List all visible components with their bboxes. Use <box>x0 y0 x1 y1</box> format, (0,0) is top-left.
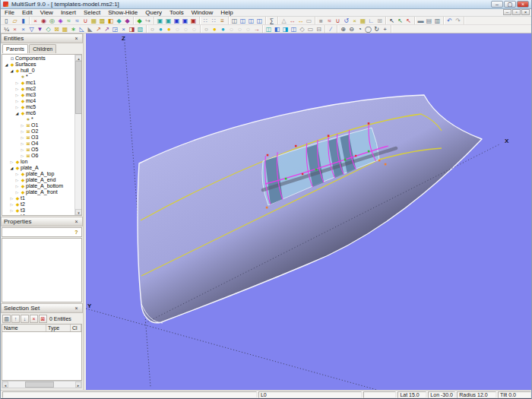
menu-file[interactable]: File <box>1 9 18 17</box>
hide2-bulb-icon[interactable]: ● <box>211 25 219 33</box>
surface-copy2-icon[interactable]: ◧ <box>273 25 281 33</box>
distance-measure-icon[interactable]: ↔ <box>288 17 296 24</box>
surface-patch-icon[interactable]: ▩ <box>98 17 106 24</box>
view-window-5-icon[interactable]: ▣ <box>189 17 198 24</box>
save-file-icon[interactable]: ▮ <box>19 17 27 24</box>
mesh-icon[interactable]: ▦ <box>359 17 367 24</box>
surface-ghost-icon[interactable]: ◇ <box>298 25 306 33</box>
expand-icon[interactable]: ▷ <box>14 92 20 98</box>
offset-measure-icon[interactable]: ↔ <box>296 17 305 24</box>
properties-close-icon[interactable]: × <box>72 218 81 226</box>
expand-icon[interactable]: ▷ <box>14 183 20 189</box>
table-4-icon[interactable]: ◫ <box>255 17 264 24</box>
insert-shade-icon[interactable]: ▧ <box>136 25 144 33</box>
expand-icon[interactable]: ▷ <box>9 201 14 207</box>
surface-copy3-icon[interactable]: ◨ <box>281 25 290 33</box>
expand-icon[interactable]: ▷ <box>14 171 20 177</box>
tree-item-components[interactable]: ◘Components <box>2 55 74 62</box>
insert-wedge-icon[interactable]: ◺ <box>78 25 86 33</box>
menu-query[interactable]: Query <box>141 9 166 17</box>
solid-entity-icon[interactable]: ◆ <box>115 17 123 24</box>
insert-x-red-icon[interactable]: × <box>11 25 19 33</box>
menu-select[interactable]: Select <box>80 9 104 17</box>
insert-tri-solid-icon[interactable]: ▼ <box>36 25 44 33</box>
maximize-button[interactable]: ▢ <box>504 1 516 8</box>
view-window-3-icon[interactable]: ▣ <box>173 17 181 24</box>
zoom-fit-icon[interactable]: ◯ <box>364 25 372 33</box>
zoom-in-icon[interactable]: ⊕ <box>339 25 347 33</box>
collapse-icon[interactable]: ◢ <box>9 165 14 171</box>
insert-grid-icon[interactable]: ▦ <box>61 25 69 33</box>
close-button[interactable]: × <box>517 1 529 8</box>
tree-item-surfaces[interactable]: ◢◆Surfaces <box>2 62 74 68</box>
clearance-icon[interactable]: ▭ <box>305 17 313 24</box>
selection-set-close-icon[interactable]: × <box>72 305 81 312</box>
redo-icon[interactable]: ↷ <box>454 17 462 24</box>
move-down-icon[interactable]: ↓ <box>21 315 29 323</box>
mdi-close-button[interactable]: × <box>521 9 530 15</box>
clear-all-icon[interactable]: ⊠ <box>39 315 47 323</box>
viewport-canvas[interactable]: Z X Y <box>86 33 532 390</box>
tree-item-plate_a_top[interactable]: ▷◆plate_A_top <box>2 171 74 177</box>
surface-net-icon[interactable]: ▦ <box>90 17 98 24</box>
selection-set-scrollbar[interactable]: ◂ ▸ <box>2 381 82 388</box>
magnet-entity-icon[interactable]: ◈ <box>56 17 65 24</box>
tree-item-plate_a_bottom[interactable]: ▷◆plate_A_bottom <box>2 183 74 189</box>
expand-icon[interactable]: ▷ <box>14 104 20 110</box>
tree-item-o2[interactable]: ▷⊠O2 <box>2 128 74 135</box>
collapse-icon[interactable]: ◢ <box>14 110 20 116</box>
menu-tools[interactable]: Tools <box>166 9 188 17</box>
minimize-button[interactable]: – <box>491 1 503 8</box>
wireframe-icon[interactable]: ◆ <box>135 17 144 24</box>
new-file-icon[interactable]: ▯ <box>2 17 11 24</box>
window-tile-h-icon[interactable]: ▤ <box>425 17 433 24</box>
hide-all-bulb-icon[interactable]: ◌ <box>173 25 182 33</box>
entities-tree-scrollbar[interactable]: ▴ ▾ <box>74 55 81 215</box>
zoom-window-icon[interactable]: ◔ <box>356 25 364 33</box>
view-window-1-icon[interactable]: ▣ <box>156 17 164 24</box>
tab-children[interactable]: Children <box>29 44 56 53</box>
menu-show-hide[interactable]: Show-Hide <box>104 9 141 17</box>
expand-icon[interactable]: ▷ <box>14 189 20 195</box>
expand-icon[interactable]: ▷ <box>20 128 25 135</box>
expand-icon[interactable]: ▷ <box>20 135 25 141</box>
entities-close-icon[interactable]: × <box>72 35 81 43</box>
menu-help[interactable]: Help <box>217 9 236 17</box>
surface-copy4-icon[interactable]: ◫ <box>290 25 298 33</box>
reorient-icon[interactable]: ↪ <box>144 17 152 24</box>
undo-icon[interactable]: ↶ <box>445 17 454 24</box>
insert-arrow-ne2-icon[interactable]: ↗ <box>103 25 111 33</box>
expand-icon[interactable]: ▷ <box>14 177 20 183</box>
window-cascade-icon[interactable]: ▬ <box>416 17 425 24</box>
expand-icon[interactable]: ▷ <box>9 195 14 201</box>
properties-help-icon[interactable]: ? <box>72 229 81 236</box>
expand-icon[interactable]: ▷ <box>20 147 25 153</box>
solid-box-icon[interactable]: ◧ <box>106 17 115 24</box>
show-parents-icon[interactable]: → <box>252 25 261 33</box>
tree-item-t3[interactable]: ▷◆t3 <box>2 207 74 214</box>
expand-icon[interactable]: ▷ <box>20 122 25 128</box>
invert-visibility-icon[interactable]: ◌ <box>190 25 198 33</box>
equation-icon[interactable]: ∑ <box>268 17 276 24</box>
collapse-icon[interactable]: ◢ <box>4 62 9 68</box>
viewport-3d[interactable]: Z X Y <box>86 33 532 390</box>
table-3-icon[interactable]: ◫ <box>247 17 255 24</box>
tree-item-lon[interactable]: ▷◆lon <box>2 159 74 165</box>
porcupine-icon[interactable]: ∪ <box>334 17 342 24</box>
expand-icon[interactable]: ▷ <box>9 207 14 214</box>
collapse-icon[interactable]: ◢ <box>9 68 14 74</box>
mdi-restore-button[interactable]: ▫ <box>512 9 521 15</box>
insert-tri-down-icon[interactable]: ▽ <box>27 25 36 33</box>
expand-icon[interactable]: ▷ <box>9 214 14 215</box>
insert-fraction-icon[interactable]: ¼ <box>2 25 11 33</box>
column-header-type[interactable]: Type <box>46 325 71 331</box>
bulb-option2-icon[interactable]: ◌ <box>236 25 244 33</box>
point-entity-icon[interactable]: ◉ <box>40 17 48 24</box>
menu-edit[interactable]: Edit <box>18 9 36 17</box>
insert-arrow-ne-icon[interactable]: ↗ <box>94 25 103 33</box>
bulb-option3-icon[interactable]: ◌ <box>244 25 252 33</box>
insert-boxed-x-icon[interactable]: ⊠ <box>52 25 61 33</box>
select-add-icon[interactable]: ↖ <box>396 17 404 24</box>
show2-selected-bulb-icon[interactable]: ● <box>219 25 227 33</box>
curvature-icon[interactable]: ≈ <box>325 17 334 24</box>
